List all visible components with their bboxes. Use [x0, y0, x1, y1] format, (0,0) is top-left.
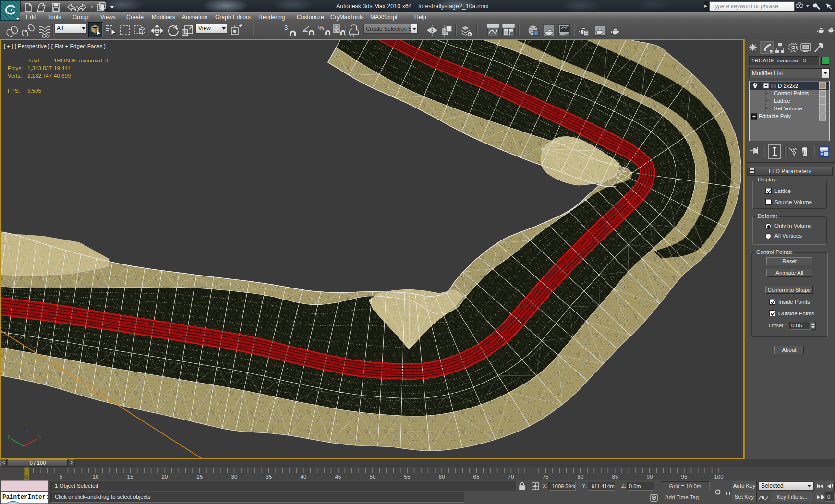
svg-text:10: 10 [93, 474, 99, 480]
svg-text:y: y [8, 433, 10, 439]
svg-text:0: 0 [25, 474, 28, 480]
svg-text:15: 15 [127, 474, 133, 480]
svg-text:75: 75 [543, 474, 549, 480]
svg-text:60: 60 [439, 474, 445, 480]
svg-text:35: 35 [266, 474, 272, 480]
svg-text:100: 100 [714, 474, 723, 480]
svg-text:95: 95 [681, 474, 688, 480]
svg-text:z: z [25, 428, 28, 433]
svg-text:70: 70 [508, 474, 514, 480]
svg-text:20: 20 [162, 474, 168, 480]
svg-text:55: 55 [404, 474, 411, 480]
svg-text:FFD 2x2x2: FFD 2x2x2 [771, 83, 798, 89]
svg-text:90: 90 [647, 474, 653, 480]
svg-text:x: x [38, 433, 41, 439]
svg-text:5: 5 [60, 474, 62, 480]
svg-text:Editable Poly: Editable Poly [759, 113, 791, 119]
svg-text:40: 40 [301, 474, 307, 480]
svg-text:65: 65 [473, 474, 480, 480]
svg-text:50: 50 [370, 474, 376, 480]
svg-text:Lattice: Lattice [774, 98, 790, 104]
svg-text:80: 80 [578, 474, 584, 480]
svg-text:30: 30 [231, 474, 238, 480]
svg-text:85: 85 [612, 474, 618, 480]
svg-text:Set Volume: Set Volume [774, 106, 802, 111]
svg-text:Control Points: Control Points [774, 90, 809, 96]
svg-text:45: 45 [335, 474, 341, 480]
svg-text:25: 25 [197, 474, 203, 480]
